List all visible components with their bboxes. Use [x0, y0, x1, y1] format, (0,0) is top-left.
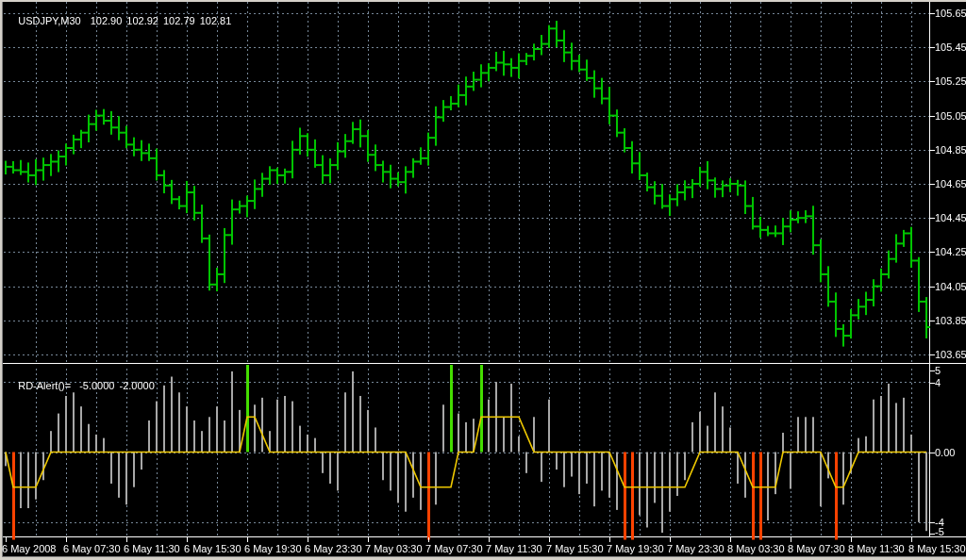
- time-tick-label: 6 May 2008: [2, 543, 56, 554]
- indicator-param-1: -5.0000: [79, 380, 114, 391]
- quote-open: 102.90: [91, 15, 123, 26]
- time-tick-label: 7 May 11:30: [486, 543, 542, 554]
- price-tick-label: 103.65: [935, 349, 966, 360]
- price-tick-label: 103.85: [935, 315, 966, 326]
- time-tick-label: 6 May 23:30: [305, 543, 362, 554]
- time-tick-label: 6 May 07:30: [63, 543, 121, 554]
- time-axis[interactable]: 6 May 20086 May 07:306 May 11:306 May 15…: [0, 542, 966, 557]
- price-tick-label: 104.05: [935, 281, 966, 292]
- chart-title: USDJPY,M30102.90102.92102.79102.81: [7, 4, 236, 38]
- indicator-tick-label: 0.00: [935, 447, 955, 458]
- indicator-name: RD-Alert()=: [18, 380, 71, 391]
- indicator-tick-label: 4: [935, 377, 941, 388]
- price-tick-label: 104.85: [935, 144, 966, 156]
- time-tick-label: 8 May 15:30: [908, 543, 966, 554]
- quote-low: 102.79: [163, 15, 195, 26]
- time-tick-label: 8 May 03:30: [727, 543, 785, 554]
- time-tick-label: 7 May 15:30: [546, 543, 604, 554]
- quote-high: 102.92: [126, 15, 158, 26]
- price-axis[interactable]: 105.65105.45105.25105.05104.85104.65104.…: [930, 0, 966, 363]
- indicator-tick-label: 5: [935, 365, 941, 376]
- time-tick-label: 6 May 19:30: [244, 543, 302, 554]
- time-tick-label: 7 May 23:30: [667, 543, 724, 554]
- time-tick-label: 8 May 11:30: [848, 543, 905, 554]
- time-tick-label: 7 May 07:30: [425, 543, 483, 554]
- time-tick-label: 8 May 07:30: [788, 543, 845, 554]
- time-tick-label: 6 May 15:30: [184, 543, 242, 554]
- price-tick-label: 105.05: [935, 110, 966, 122]
- indicator-axis[interactable]: 540.00-4-5: [930, 363, 966, 537]
- price-tick-label: 104.45: [935, 212, 966, 223]
- price-tick-label: 104.25: [935, 246, 966, 257]
- quote-close: 102.81: [200, 15, 232, 26]
- price-tick-label: 105.45: [935, 41, 966, 53]
- chart-canvas[interactable]: [0, 0, 966, 560]
- price-tick-label: 105.65: [935, 8, 966, 19]
- symbol-period-label: USDJPY,M30: [18, 15, 80, 26]
- time-tick-label: 6 May 11:30: [124, 543, 180, 554]
- price-tick-label: 105.25: [935, 75, 966, 87]
- time-tick-label: 7 May 03:30: [365, 543, 423, 554]
- indicator-param-2: -2.0000: [119, 380, 154, 391]
- time-tick-label: 7 May 19:30: [607, 543, 664, 554]
- indicator-label: RD-Alert()=-5.0000-2.0000: [7, 369, 159, 403]
- price-tick-label: 104.65: [935, 178, 966, 189]
- indicator-tick-label: -5: [935, 526, 944, 537]
- mt4-chart-window: USDJPY,M30102.90102.92102.79102.81 RD-Al…: [0, 0, 966, 560]
